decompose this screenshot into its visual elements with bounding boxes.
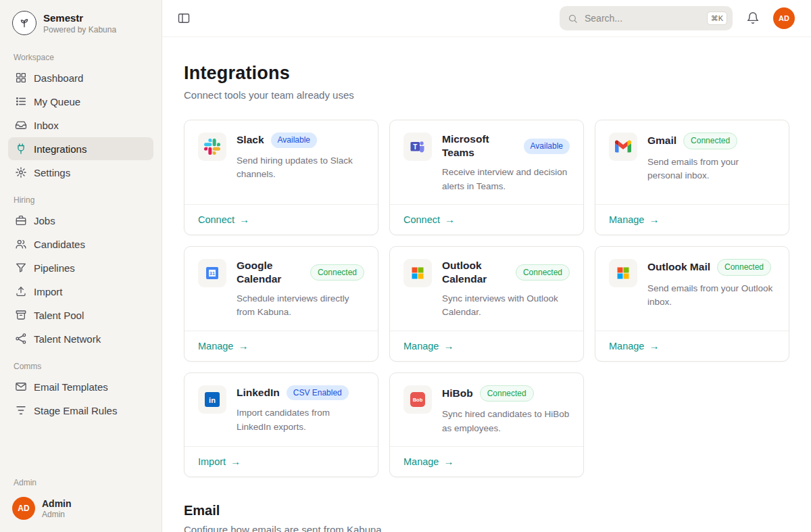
sidebar-section-label-hiring: Hiring — [14, 195, 148, 205]
topbar: ⌘K AD — [162, 0, 811, 37]
status-badge: Available — [271, 132, 317, 148]
sidebar-section-admin: Admin — [14, 478, 148, 487]
action-label: Connect — [198, 214, 235, 225]
sidebar-item-label: My Queue — [34, 96, 80, 107]
page-subtitle: Connect tools your team already uses — [184, 89, 789, 101]
sidebar-section-label-comms: Comms — [14, 362, 148, 371]
sidebar-item-label: Integrations — [34, 143, 87, 155]
sidebar-user[interactable]: AD Admin Admin — [8, 491, 153, 523]
sidebar-item-label: Stage Email Rules — [34, 405, 117, 416]
manage-link[interactable]: Manage→ — [403, 340, 453, 352]
funnel-icon — [15, 262, 27, 274]
gcal-icon: 31 — [198, 259, 226, 287]
arrow-right-icon: → — [239, 214, 249, 225]
sidebar-item-label: Import — [34, 286, 63, 297]
integration-card-slack: SlackAvailableSend hiring updates to Sla… — [184, 120, 378, 235]
app-name: Semestr — [43, 12, 116, 24]
hibob-icon: Bob — [403, 385, 432, 414]
sidebar-item-label: Settings — [34, 167, 70, 178]
status-badge: CSV Enabled — [287, 385, 349, 401]
sidebar-item-jobs[interactable]: Jobs — [8, 209, 153, 232]
sidebar-item-stage-email-rules[interactable]: Stage Email Rules — [8, 399, 153, 422]
action-label: Manage — [403, 456, 439, 467]
action-label: Manage — [609, 341, 644, 352]
integration-name: Gmail — [647, 134, 677, 147]
search-box[interactable]: ⌘K — [560, 6, 733, 30]
status-badge: Connected — [310, 264, 364, 281]
integration-name: Outlook Calendar — [442, 259, 509, 286]
user-avatar: AD — [12, 497, 35, 520]
integration-description: Sync interviews with Outlook Calendar. — [442, 292, 570, 320]
mail-icon — [15, 381, 27, 393]
svg-text:T: T — [413, 143, 417, 151]
sidebar-item-label: Talent Pool — [34, 310, 84, 321]
search-shortcut-badge: ⌘K — [707, 11, 727, 25]
user-role: Admin — [42, 510, 72, 519]
sprout-icon — [12, 11, 36, 35]
connect-link[interactable]: Connect→ — [403, 214, 455, 225]
slack-icon — [198, 132, 226, 161]
integration-name: Google Calendar — [237, 259, 303, 286]
sidebar-item-talent-network[interactable]: Talent Network — [8, 327, 153, 350]
svg-text:31: 31 — [210, 270, 215, 276]
app-tagline: Powered by Kabuna — [43, 25, 116, 34]
action-label: Connect — [403, 214, 440, 225]
sidebar-item-inbox[interactable]: Inbox — [8, 114, 153, 137]
page-title: Integrations — [184, 63, 789, 84]
teams-icon: T — [403, 132, 432, 161]
mslogo-icon — [609, 259, 637, 287]
sidebar-item-integrations[interactable]: Integrations — [8, 137, 153, 160]
sidebar-nav: WorkspaceDashboardMy QueueInboxIntegrati… — [8, 42, 153, 422]
sidebar-section-label-workspace: Workspace — [14, 53, 148, 62]
sidebar-item-dashboard[interactable]: Dashboard — [8, 66, 153, 89]
sidebar-item-import[interactable]: Import — [8, 280, 153, 303]
arrow-right-icon: → — [443, 340, 453, 352]
gear-icon — [15, 166, 27, 178]
sidebar-item-label: Candidates — [34, 239, 85, 250]
upload-icon — [15, 285, 27, 297]
manage-link[interactable]: Manage→ — [609, 340, 659, 352]
sidebar-item-email-templates[interactable]: Email Templates — [8, 375, 153, 398]
main-area: ⌘K AD Integrations Connect tools your te… — [162, 0, 811, 532]
sidebar-item-my-queue[interactable]: My Queue — [8, 90, 153, 113]
plug-icon — [15, 143, 27, 155]
sidebar-toggle-button[interactable] — [174, 9, 193, 28]
integration-name: Outlook Mail — [647, 260, 710, 274]
connect-link[interactable]: Connect→ — [198, 214, 249, 225]
integration-name: Slack — [237, 133, 264, 147]
integration-description: Schedule interviews directly from Kabuna… — [237, 292, 364, 320]
sidebar-item-pipelines[interactable]: Pipelines — [8, 256, 153, 279]
manage-link[interactable]: Manage→ — [609, 214, 659, 225]
sidebar-item-talent-pool[interactable]: Talent Pool — [8, 304, 153, 327]
status-badge: Available — [524, 139, 570, 154]
integration-name: LinkedIn — [237, 386, 280, 400]
sidebar-item-label: Talent Network — [34, 333, 101, 345]
sidebar-item-label: Jobs — [34, 215, 55, 226]
integration-description: Send emails from your Outlook inbox. — [647, 282, 775, 310]
archive-icon — [15, 309, 27, 321]
queue-icon — [15, 95, 27, 107]
arrow-right-icon: → — [230, 456, 241, 467]
integration-card-outlook-calendar: Outlook CalendarConnectedSync interviews… — [389, 246, 584, 362]
sidebar-admin-block: Admin AD Admin Admin — [8, 467, 153, 523]
status-badge: Connected — [717, 259, 771, 276]
integration-card-outlook-mail: Outlook MailConnectedSend emails from yo… — [595, 246, 789, 362]
brand: Semestr Powered by Kabuna — [8, 9, 153, 42]
integration-name: HiBob — [442, 387, 473, 400]
search-input[interactable] — [583, 12, 702, 24]
sidebar-item-label: Inbox — [34, 120, 59, 131]
integration-card-hibob: BobHiBobConnectedSync hired candidates t… — [389, 372, 584, 477]
integration-description: Send hiring updates to Slack channels. — [237, 154, 364, 182]
sidebar-item-candidates[interactable]: Candidates — [8, 233, 153, 256]
status-badge: Connected — [480, 385, 534, 402]
integration-description: Send emails from your personal inbox. — [647, 155, 775, 183]
manage-link[interactable]: Manage→ — [403, 456, 453, 467]
sidebar-item-settings[interactable]: Settings — [8, 161, 153, 184]
integration-card-google-calendar: 31Google CalendarConnectedSchedule inter… — [184, 246, 378, 362]
integration-card-microsoft-teams: TMicrosoft TeamsAvailableReceive intervi… — [389, 120, 584, 235]
notifications-button[interactable] — [743, 9, 762, 28]
import-link[interactable]: Import→ — [198, 456, 241, 467]
topbar-avatar[interactable]: AD — [773, 7, 795, 29]
user-name: Admin — [42, 498, 72, 509]
manage-link[interactable]: Manage→ — [198, 340, 248, 352]
